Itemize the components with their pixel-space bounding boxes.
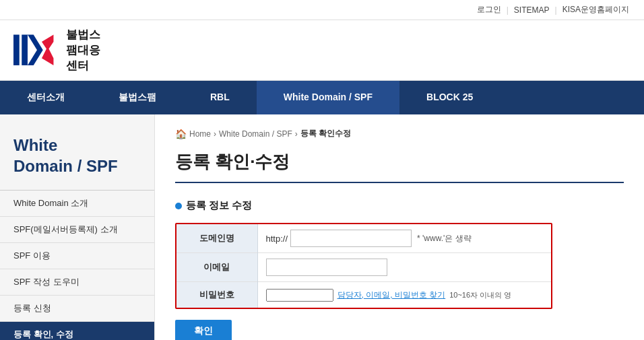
nav-center[interactable]: 센터소개 — [0, 81, 92, 114]
email-row: 이메일 — [176, 253, 551, 282]
page-title: 등록 확인·수정 — [175, 150, 624, 183]
domain-input-wrap: http:// * 'www.'은 생략 — [266, 230, 544, 247]
domain-cell: http:// * 'www.'은 생략 — [257, 224, 551, 253]
breadcrumb-parent: White Domain / SPF — [219, 129, 292, 139]
password-hint: 10~16자 이내의 영 — [449, 290, 511, 300]
confirm-button[interactable]: 확인 — [175, 320, 232, 340]
main-content: 🏠 Home › White Domain / SPF › 등록 확인수정 등록… — [155, 114, 644, 340]
domain-hint: * 'www.'은 생략 — [417, 233, 472, 244]
logo[interactable]: 불법스팸대응센터 — [13, 27, 110, 73]
password-input[interactable] — [266, 289, 333, 302]
btn-area: 확인 — [175, 320, 624, 340]
domain-input[interactable] — [290, 230, 412, 247]
nav-illegal[interactable]: 불법스팸 — [92, 81, 183, 114]
main-nav: 센터소개 불법스팸 RBL White Domain / SPF BLOCK 2… — [0, 81, 644, 114]
login-link[interactable]: 로그인 — [477, 4, 501, 15]
section-title: 등록 정보 수정 — [186, 199, 252, 212]
breadcrumb: 🏠 Home › White Domain / SPF › 등록 확인수정 — [175, 128, 624, 139]
sidebar-title: WhiteDomain / SPF — [0, 128, 154, 190]
sitemap-link[interactable]: SITEMAP — [514, 5, 550, 15]
domain-label: 도메인명 — [176, 224, 257, 253]
top-bar: 로그인 | SITEMAP | KISA운영홈페이지 — [0, 0, 644, 20]
domain-row: 도메인명 http:// * 'www.'은 생략 — [176, 224, 551, 253]
divider2: | — [555, 5, 557, 15]
content-wrapper: WhiteDomain / SPF White Domain 소개 SPF(메일… — [0, 114, 644, 340]
password-label: 비밀번호 — [176, 282, 257, 308]
sidebar-item-register[interactable]: 등록 신청 — [0, 296, 154, 322]
sidebar-item-spf-guide[interactable]: SPF 작성 도우미 — [0, 269, 154, 296]
email-input[interactable] — [266, 259, 387, 276]
nav-rbl[interactable]: RBL — [183, 81, 257, 114]
password-cell: 담당자, 이메일, 비밀번호 찾기 10~16자 이내의 영 — [257, 282, 551, 308]
site-name-text: 불법스팸대응센터 — [66, 27, 110, 73]
breadcrumb-current: 등록 확인수정 — [300, 128, 351, 139]
password-row: 비밀번호 담당자, 이메일, 비밀번호 찾기 10~16자 이내의 영 — [176, 282, 551, 308]
sidebar-item-edit[interactable]: 등록 확인, 수정 — [0, 322, 154, 340]
home-icon: 🏠 — [175, 129, 187, 139]
domain-prefix: http:// — [266, 234, 288, 244]
sidebar-item-spf-use[interactable]: SPF 이용 — [0, 243, 154, 269]
kisa-home-link[interactable]: KISA운영홈페이지 — [562, 4, 629, 15]
form-table: 도메인명 http:// * 'www.'은 생략 이메일 — [176, 224, 551, 308]
password-wrap: 담당자, 이메일, 비밀번호 찾기 10~16자 이내의 영 — [266, 289, 544, 302]
find-link[interactable]: 담당자, 이메일, 비밀번호 찾기 — [337, 290, 446, 301]
sidebar-item-intro[interactable]: White Domain 소개 — [0, 191, 154, 217]
divider1: | — [507, 5, 509, 15]
svg-marker-2 — [28, 35, 43, 65]
email-cell — [257, 253, 551, 282]
svg-rect-1 — [22, 35, 28, 65]
breadcrumb-sep2: › — [295, 129, 298, 139]
kisa-logo-icon — [13, 32, 61, 67]
form-container: 도메인명 http:// * 'www.'은 생략 이메일 — [175, 223, 552, 309]
email-label: 이메일 — [176, 253, 257, 282]
breadcrumb-sep1: › — [214, 129, 216, 139]
sidebar: WhiteDomain / SPF White Domain 소개 SPF(메일… — [0, 114, 155, 340]
svg-rect-0 — [13, 35, 20, 65]
site-header: 불법스팸대응센터 — [0, 20, 644, 81]
sidebar-menu: White Domain 소개 SPF(메일서버등록제) 소개 SPF 이용 S… — [0, 190, 154, 340]
section-dot — [175, 203, 182, 209]
section-header: 등록 정보 수정 — [175, 199, 624, 212]
breadcrumb-home: Home — [189, 129, 211, 139]
nav-whitedomain[interactable]: White Domain / SPF — [257, 81, 399, 114]
sidebar-item-spf-intro[interactable]: SPF(메일서버등록제) 소개 — [0, 217, 154, 243]
nav-block25[interactable]: BLOCK 25 — [399, 81, 500, 114]
